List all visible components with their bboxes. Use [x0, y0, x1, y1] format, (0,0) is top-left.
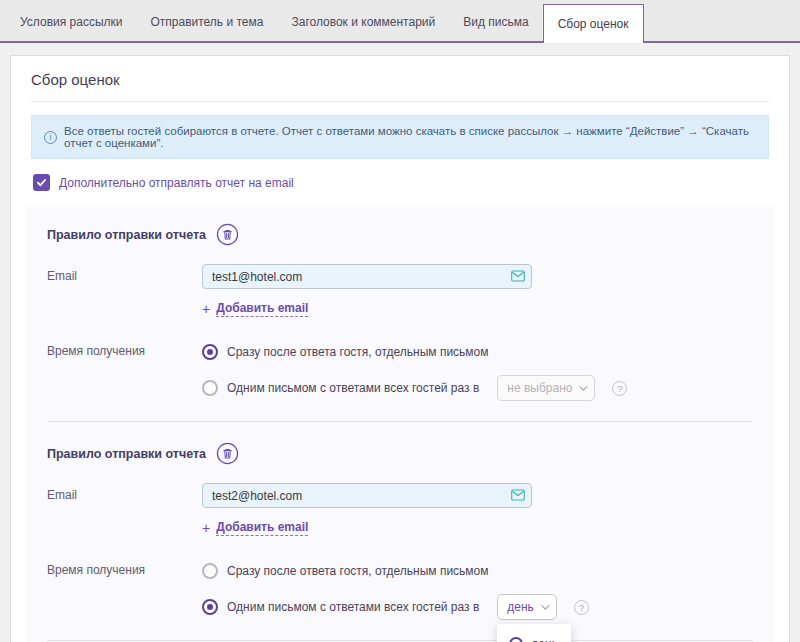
- page-title: Сбор оценок: [31, 56, 769, 102]
- send-report-checkbox-label: Дополнительно отправлять отчет на email: [59, 176, 294, 190]
- radio-checked-icon[interactable]: [202, 344, 218, 360]
- timing-option-label: Сразу после ответа гостя, отдельным пись…: [227, 564, 489, 578]
- timing-label: Время получения: [47, 339, 202, 401]
- plus-icon: +: [202, 301, 210, 317]
- timing-option-immediate[interactable]: Сразу после ответа гостя, отдельным пись…: [202, 339, 627, 364]
- rule-title: Правило отправки отчета: [47, 447, 206, 461]
- tab-score-collection[interactable]: Сбор оценок: [543, 4, 644, 43]
- envelope-icon: [511, 270, 525, 282]
- timing-option-digest[interactable]: Одним письмом с ответами всех гостей раз…: [202, 594, 589, 620]
- rule-title: Правило отправки отчета: [47, 228, 206, 242]
- info-icon: i: [44, 131, 57, 144]
- timing-label: Время получения: [47, 558, 202, 620]
- info-banner: i Все ответы гостей собираются в отчете.…: [31, 115, 769, 159]
- add-email-link[interactable]: Добавить email: [216, 301, 308, 317]
- tab-header-and-comment[interactable]: Заголовок и комментарий: [277, 0, 449, 43]
- radio-checked-icon[interactable]: [509, 637, 523, 642]
- add-email-link[interactable]: Добавить email: [216, 520, 308, 536]
- period-select-value: не выбрано: [507, 381, 572, 395]
- info-banner-text: Все ответы гостей собираются в отчете. О…: [64, 125, 756, 149]
- chevron-down-icon: [541, 601, 549, 609]
- radio-unchecked-icon[interactable]: [202, 563, 218, 579]
- email-field-label: Email: [47, 264, 202, 289]
- content-card: Сбор оценок i Все ответы гостей собирают…: [10, 55, 790, 642]
- timing-option-digest[interactable]: Одним письмом с ответами всех гостей раз…: [202, 375, 627, 401]
- delete-rule-button[interactable]: [216, 223, 239, 246]
- send-report-checkbox-row[interactable]: Дополнительно отправлять отчет на email: [33, 174, 769, 191]
- tab-mailing-conditions[interactable]: Условия рассылки: [6, 0, 136, 43]
- period-select[interactable]: день: [497, 594, 557, 620]
- tab-letter-view[interactable]: Вид письма: [449, 0, 542, 43]
- trash-icon: [216, 442, 239, 465]
- timing-option-immediate[interactable]: Сразу после ответа гостя, отдельным пись…: [202, 558, 589, 583]
- email-input[interactable]: [202, 264, 532, 289]
- period-select-disabled: не выбрано: [497, 375, 595, 401]
- help-icon[interactable]: ?: [612, 381, 627, 396]
- delete-rule-button[interactable]: [216, 442, 239, 465]
- envelope-icon: [511, 489, 525, 501]
- period-option-day[interactable]: день: [509, 636, 559, 642]
- timing-option-label: Одним письмом с ответами всех гостей раз…: [227, 600, 479, 614]
- rules-container: Правило отправки отчета Email: [25, 207, 775, 642]
- radio-checked-icon[interactable]: [202, 599, 218, 615]
- tab-sender-and-subject[interactable]: Отправитель и тема: [136, 0, 277, 43]
- plus-icon: +: [202, 520, 210, 536]
- report-rule-2: Правило отправки отчета Email: [47, 442, 753, 620]
- timing-option-label: Сразу после ответа гостя, отдельным пись…: [227, 345, 489, 359]
- check-icon: [36, 177, 47, 188]
- email-field-label: Email: [47, 483, 202, 508]
- period-select-value: день: [507, 600, 534, 614]
- checkbox-checked-icon[interactable]: [33, 174, 50, 191]
- report-rule-1: Правило отправки отчета Email: [47, 223, 753, 401]
- timing-option-label: Одним письмом с ответами всех гостей раз…: [227, 381, 479, 395]
- email-input[interactable]: [202, 483, 532, 508]
- help-icon[interactable]: ?: [574, 600, 589, 615]
- trash-icon: [216, 223, 239, 246]
- rules-divider: [47, 640, 753, 641]
- rules-divider: [47, 421, 753, 422]
- period-dropdown-menu: день неделю месяц: [497, 624, 571, 642]
- tab-bar: Условия рассылки Отправитель и тема Заго…: [0, 0, 800, 43]
- radio-unchecked-icon[interactable]: [202, 380, 218, 396]
- chevron-down-icon: [580, 382, 588, 390]
- period-option-label: день: [531, 637, 558, 642]
